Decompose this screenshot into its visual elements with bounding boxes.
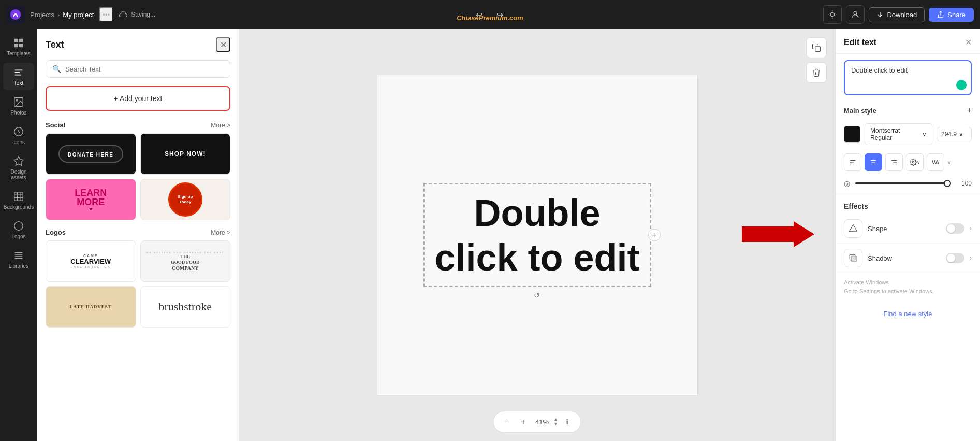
main-style-header: Main style + [836,102,980,119]
zoom-arrow-down[interactable]: ▼ [553,422,558,426]
svg-point-16 [14,222,23,231]
text-element-container[interactable]: Doubleclick to edit + ↺ [423,183,651,287]
edit-text-textarea[interactable]: Double click to edit [851,66,964,87]
font-name: Montserrat Regular [870,127,922,141]
shop-label: SHOP NOW! [165,150,206,158]
icons-icon [13,126,24,137]
canvas-delete-button[interactable] [806,62,827,83]
sidebar-label-photos: Photos [10,110,26,116]
svg-rect-15 [14,192,23,201]
svg-rect-10 [14,44,18,47]
text-rotate-handle[interactable]: ↺ [532,290,542,301]
zoom-out-button[interactable]: － [500,415,514,429]
sidebar-item-logos[interactable]: Logos [3,216,34,244]
topbar-right: Download Share [823,5,974,24]
sidebar-item-icons[interactable]: Icons [3,122,34,149]
learn-sub: ★ [75,207,107,211]
font-row: Montserrat Regular ∨ 294.9 ∨ [836,119,980,149]
social-template-grid: DONATE HERE SHOP NOW! LEARNMORE ★ [46,133,230,220]
font-size-selector[interactable]: 294.9 ∨ [937,127,972,141]
template-card-camp[interactable]: CAMP CLEARVIEW LAKE TAHOE, CA [46,240,136,282]
svg-point-1 [13,15,15,16]
align-left-button[interactable] [844,153,861,171]
add-text-button[interactable]: + Add your text [46,86,230,111]
right-panel-header: Edit text ✕ [836,29,980,54]
font-color-box[interactable] [844,126,860,143]
align-center-button[interactable] [865,153,882,171]
goodfood-label3: COMPANY [146,265,224,271]
sidebar-item-templates[interactable]: Templates [3,33,34,61]
template-card-late-harvest[interactable]: LATE HARVEST [46,286,136,328]
account-button[interactable] [846,5,865,24]
logos-section-header: Logos More > [46,229,230,236]
font-selector[interactable]: Montserrat Regular ∨ [865,123,932,145]
template-card-donate[interactable]: DONATE HERE [46,133,136,175]
logos-more-link[interactable]: More > [211,229,230,236]
template-card-learn[interactable]: LEARNMORE ★ [46,179,136,220]
shadow-chevron[interactable]: › [970,254,972,262]
canvas-info-button[interactable]: ℹ [560,415,575,429]
download-button[interactable]: Download [869,7,925,22]
template-card-signup[interactable]: Sign upToday [140,179,231,220]
align-right-button[interactable] [885,153,903,171]
undo-button[interactable]: ↩ [471,6,487,23]
effects-header: Effects [836,196,980,214]
opacity-slider[interactable] [855,182,951,184]
logos-template-grid: CAMP CLEARVIEW LAKE TAHOE, CA WE BELIEVE… [46,240,230,282]
font-size-chevron: ∨ [959,131,963,138]
script-label: brushstroke [158,300,212,314]
sidebar-label-text: Text [14,80,23,86]
text-panel-close-button[interactable]: ✕ [216,37,230,52]
sidebar-item-text[interactable]: Text [3,63,34,90]
text-settings-button[interactable]: ∨ [906,153,924,171]
red-arrow-annotation [742,219,814,252]
svg-point-7 [854,11,857,15]
redo-button[interactable]: ↪ [491,6,508,23]
design-assets-icon [13,155,24,167]
settings-chevron: ∨ [917,160,920,165]
svg-rect-30 [851,256,857,262]
magic-button[interactable] [823,5,842,24]
project-name[interactable]: My project [63,11,94,19]
template-card-goodfood[interactable]: WE BELIEVE YOU DESERVE THE BEST THEGOOD … [140,240,231,282]
main-style-add-button[interactable]: + [967,106,972,115]
va-chevron: ∨ [947,160,951,165]
edit-text-confirm-button[interactable] [956,80,967,90]
search-input[interactable] [65,65,224,73]
projects-link[interactable]: Projects [30,11,54,19]
activate-windows-text: Activate Windows [844,278,972,287]
share-button[interactable]: Share [929,8,974,22]
zoom-arrows[interactable]: ▲ ▼ [553,417,558,426]
canvas-copy-button[interactable] [806,37,827,58]
template-card-script[interactable]: brushstroke [140,286,231,328]
shape-chevron[interactable]: › [970,225,972,232]
font-size-value: 294.9 [941,131,957,138]
text-add-handle[interactable]: + [648,229,661,241]
sidebar-item-photos[interactable]: Photos [3,92,34,120]
zoom-in-button[interactable]: ＋ [516,415,531,429]
social-more-link[interactable]: More > [211,122,230,129]
sidebar-item-design-assets[interactable]: Design assets [3,151,34,184]
canvas-surface[interactable]: Doubleclick to edit + ↺ [377,75,698,396]
find-style-button[interactable]: Find a new style [844,305,972,323]
main-layout: Templates Text Photos Icons Design [0,29,980,441]
logos-section-title: Logos [46,229,66,236]
shadow-effect-icon [849,253,858,263]
search-box: 🔍 [46,60,230,78]
sidebar-item-libraries[interactable]: Libraries [3,246,34,273]
shape-toggle[interactable] [946,223,964,234]
camp-label1: CAMP [70,254,111,258]
svg-point-13 [16,99,18,101]
sidebar-item-backgrounds[interactable]: Backgrounds [3,187,34,214]
section-divider-1 [836,194,980,194]
text-element[interactable]: Doubleclick to edit [434,190,639,280]
svg-point-28 [912,161,914,163]
shadow-toggle[interactable] [946,253,964,263]
donate-label: DONATE HERE [68,152,114,158]
photos-icon [13,96,24,108]
template-card-shop[interactable]: SHOP NOW! [140,133,231,175]
right-panel-close-button[interactable]: ✕ [965,37,972,47]
more-options-button[interactable]: ••• [99,7,113,22]
va-button[interactable]: VA [927,153,944,171]
activate-windows-notice: Activate Windows Go to Settings to activ… [836,273,980,301]
